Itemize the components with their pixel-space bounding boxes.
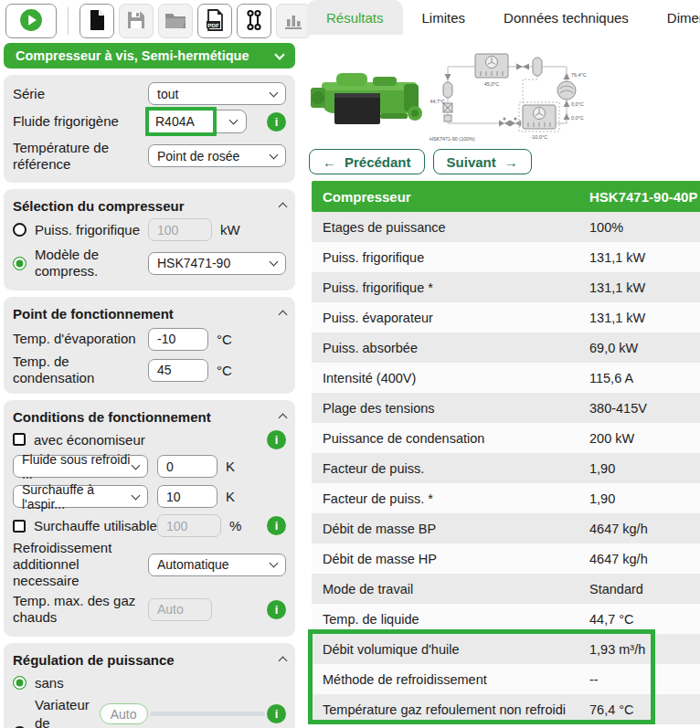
tab[interactable]: Limites bbox=[403, 0, 485, 35]
additional-cooling-value: Automatique bbox=[157, 557, 229, 572]
cond-temp-input[interactable]: 45 bbox=[148, 359, 208, 382]
results-table-rows: Etages de puissance 100% Puiss. frigorif… bbox=[312, 212, 700, 724]
capacity-control-title: Régulation de puissance bbox=[13, 652, 175, 668]
refrigerant-combo[interactable]: R404A bbox=[148, 110, 247, 133]
superheat-input[interactable]: 10 bbox=[157, 485, 217, 508]
compressor-photo bbox=[309, 58, 430, 140]
model-select[interactable]: HSK7471-90 bbox=[148, 252, 286, 275]
row-label: Temp. de liquide bbox=[323, 612, 589, 627]
economizer-info-icon[interactable]: i bbox=[267, 430, 286, 449]
row-label: Mode de travail bbox=[323, 582, 589, 596]
cond-temp-label: Temp. de condensation bbox=[13, 353, 148, 386]
arrow-left-icon: ← bbox=[323, 154, 336, 170]
chevron-down-icon bbox=[132, 460, 141, 470]
diagram-suction-temp-2: 0,0°C bbox=[571, 115, 584, 121]
tab[interactable]: Dimensions bbox=[648, 0, 700, 35]
fluid-label: Fluide frigorigène bbox=[13, 113, 148, 130]
results-table: Compresseur HSK7471-90-40P Etages de pui… bbox=[312, 181, 700, 724]
previous-label: Précédant bbox=[345, 154, 411, 170]
compressor-type-label: Compresseur à vis, Semi-hermétique bbox=[16, 48, 249, 63]
results-table-title: Compresseur bbox=[323, 189, 589, 205]
economizer-checkbox[interactable] bbox=[13, 433, 26, 446]
export-pdf-button[interactable]: PDF bbox=[197, 4, 232, 38]
inverter-slider[interactable] bbox=[150, 712, 265, 716]
usable-superheat-unit: % bbox=[229, 518, 241, 533]
row-value: 1,90 bbox=[589, 491, 700, 506]
collapse-icon[interactable] bbox=[279, 311, 288, 320]
cond-temp-unit: °C bbox=[217, 363, 232, 378]
refrigerant-info-icon[interactable]: i bbox=[267, 112, 286, 132]
diagram-model-label: HSK7471-90 (100%) bbox=[430, 136, 475, 142]
max-gas-temp-input: Auto bbox=[148, 598, 212, 621]
chevron-down-icon bbox=[270, 559, 279, 568]
usable-superheat-checkbox[interactable] bbox=[13, 520, 26, 533]
ref-temp-value: Point de rosée bbox=[157, 149, 239, 164]
subcooling-select[interactable]: Fluide sous refroidi ... bbox=[13, 455, 148, 478]
previous-button[interactable]: ← Précédant bbox=[309, 149, 425, 174]
chevron-down-icon bbox=[270, 88, 279, 97]
table-row: Débit de masse BP 4647 kg/h bbox=[312, 513, 700, 543]
row-label: Méthode de refroidissement bbox=[323, 672, 589, 687]
model-radio[interactable] bbox=[13, 257, 27, 270]
usable-superheat-info-icon[interactable]: i bbox=[267, 516, 286, 535]
max-gas-temp-value: Auto bbox=[157, 602, 184, 617]
capacity-control-none-radio[interactable] bbox=[13, 676, 27, 690]
table-row: Facteur de puiss. * 1,90 bbox=[312, 483, 700, 513]
collapse-icon[interactable] bbox=[279, 203, 288, 212]
table-row: Plage des tensions 380-415V bbox=[312, 393, 700, 423]
superheat-value: 10 bbox=[166, 490, 181, 504]
refrigerant-value: R404A bbox=[155, 114, 195, 129]
row-value: 4647 kg/h bbox=[589, 552, 700, 566]
tab[interactable]: Données techniques bbox=[484, 0, 648, 35]
row-value: 131,1 kW bbox=[589, 311, 700, 325]
table-row: Température gaz refoulement non refroidi… bbox=[312, 694, 700, 724]
row-value: 115,6 A bbox=[589, 371, 700, 385]
compare-button[interactable] bbox=[237, 4, 271, 38]
evap-temp-input[interactable]: -10 bbox=[148, 328, 208, 351]
serie-select[interactable]: tout bbox=[148, 82, 286, 105]
selection-panel: Sélection du compresseur Puiss. frigorif… bbox=[4, 189, 295, 290]
chevron-down-icon bbox=[274, 49, 284, 59]
capacity-radio[interactable] bbox=[13, 223, 27, 237]
row-label: Température gaz refoulement non refroidi bbox=[323, 702, 589, 717]
refrigerant-input-highlighted[interactable]: R404A bbox=[145, 107, 217, 136]
pdf-icon-label: PDF bbox=[207, 21, 219, 27]
run-calculation-button[interactable] bbox=[5, 4, 57, 38]
model-value: HSK7471-90 bbox=[157, 256, 230, 270]
superheat-select[interactable]: Surchauffe à l'aspir... bbox=[13, 485, 148, 508]
ref-temp-select[interactable]: Point de rosée bbox=[148, 144, 286, 167]
inverter-info-icon[interactable]: i bbox=[267, 704, 286, 723]
conditions-title: Conditions de fonctionnement bbox=[13, 409, 211, 425]
capacity-value: 100 bbox=[157, 223, 178, 237]
inverter-auto-value: Auto bbox=[111, 707, 137, 722]
subcooling-unit: K bbox=[226, 459, 235, 474]
row-value: 1,90 bbox=[589, 461, 700, 476]
max-gas-temp-label: Temp. max. des gaz chauds bbox=[13, 593, 148, 626]
row-value: 1,93 m³/h bbox=[589, 642, 700, 657]
collapse-icon[interactable] bbox=[279, 657, 288, 666]
table-row: Débit de masse HP 4647 kg/h bbox=[312, 543, 700, 574]
capacity-unit: kW bbox=[220, 222, 240, 237]
arrow-right-icon: → bbox=[504, 154, 518, 170]
next-button[interactable]: Suivant → bbox=[433, 149, 532, 174]
compressor-type-dropdown[interactable]: Compresseur à vis, Semi-hermétique bbox=[4, 43, 295, 69]
table-row: Facteur de puiss. 1,90 bbox=[312, 453, 700, 483]
table-row: Méthode de refroidissement -- bbox=[312, 664, 700, 694]
diagram-suction-temp-1: 0,0°C bbox=[571, 101, 584, 107]
collapse-icon[interactable] bbox=[279, 414, 288, 423]
toolbar-separator bbox=[68, 7, 69, 35]
row-value: 69,0 kW bbox=[589, 341, 700, 355]
new-document-button[interactable] bbox=[80, 4, 114, 38]
table-row: Puissance de condensation 200 kW bbox=[312, 423, 700, 453]
additional-cooling-select[interactable]: Automatique bbox=[148, 554, 286, 576]
compare-sliders-icon bbox=[244, 9, 264, 34]
inverter-auto-pill[interactable]: Auto bbox=[100, 703, 148, 724]
tab[interactable]: Résultats bbox=[307, 0, 403, 35]
max-gas-temp-info-icon[interactable]: i bbox=[267, 600, 286, 619]
usable-superheat-value: 100 bbox=[166, 519, 187, 533]
subcooling-input[interactable]: 0 bbox=[157, 455, 217, 478]
subcooling-value: 0 bbox=[166, 459, 174, 474]
conditions-panel: Conditions de fonctionnement avec économ… bbox=[4, 400, 295, 637]
save-icon bbox=[126, 10, 146, 33]
chevron-down-icon bbox=[270, 258, 279, 267]
